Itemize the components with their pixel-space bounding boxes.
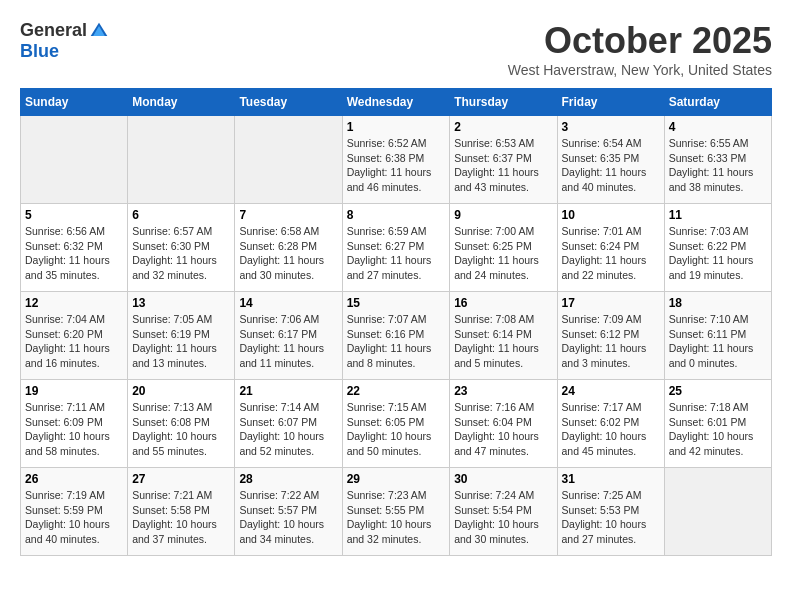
calendar-week-row: 12Sunrise: 7:04 AMSunset: 6:20 PMDayligh… [21,292,772,380]
day-number: 6 [132,208,230,222]
day-info: Sunrise: 7:10 AMSunset: 6:11 PMDaylight:… [669,312,767,371]
day-info: Sunrise: 7:00 AMSunset: 6:25 PMDaylight:… [454,224,552,283]
title-area: October 2025 West Haverstraw, New York, … [508,20,772,78]
day-number: 26 [25,472,123,486]
weekday-header-row: SundayMondayTuesdayWednesdayThursdayFrid… [21,89,772,116]
day-info: Sunrise: 6:55 AMSunset: 6:33 PMDaylight:… [669,136,767,195]
day-info: Sunrise: 7:22 AMSunset: 5:57 PMDaylight:… [239,488,337,547]
calendar-week-row: 26Sunrise: 7:19 AMSunset: 5:59 PMDayligh… [21,468,772,556]
day-info: Sunrise: 6:59 AMSunset: 6:27 PMDaylight:… [347,224,446,283]
calendar-cell: 9Sunrise: 7:00 AMSunset: 6:25 PMDaylight… [450,204,557,292]
logo-blue-text: Blue [20,41,59,62]
day-info: Sunrise: 7:05 AMSunset: 6:19 PMDaylight:… [132,312,230,371]
day-number: 1 [347,120,446,134]
day-number: 28 [239,472,337,486]
day-info: Sunrise: 7:23 AMSunset: 5:55 PMDaylight:… [347,488,446,547]
day-number: 5 [25,208,123,222]
day-info: Sunrise: 7:13 AMSunset: 6:08 PMDaylight:… [132,400,230,459]
day-info: Sunrise: 6:52 AMSunset: 6:38 PMDaylight:… [347,136,446,195]
calendar-cell: 29Sunrise: 7:23 AMSunset: 5:55 PMDayligh… [342,468,450,556]
day-info: Sunrise: 7:25 AMSunset: 5:53 PMDaylight:… [562,488,660,547]
day-info: Sunrise: 7:18 AMSunset: 6:01 PMDaylight:… [669,400,767,459]
calendar-cell: 14Sunrise: 7:06 AMSunset: 6:17 PMDayligh… [235,292,342,380]
day-number: 29 [347,472,446,486]
calendar-cell [21,116,128,204]
calendar-cell: 23Sunrise: 7:16 AMSunset: 6:04 PMDayligh… [450,380,557,468]
day-number: 27 [132,472,230,486]
day-info: Sunrise: 7:24 AMSunset: 5:54 PMDaylight:… [454,488,552,547]
calendar-cell: 21Sunrise: 7:14 AMSunset: 6:07 PMDayligh… [235,380,342,468]
day-info: Sunrise: 7:03 AMSunset: 6:22 PMDaylight:… [669,224,767,283]
calendar-week-row: 1Sunrise: 6:52 AMSunset: 6:38 PMDaylight… [21,116,772,204]
calendar-cell: 13Sunrise: 7:05 AMSunset: 6:19 PMDayligh… [128,292,235,380]
calendar-cell: 31Sunrise: 7:25 AMSunset: 5:53 PMDayligh… [557,468,664,556]
calendar: SundayMondayTuesdayWednesdayThursdayFrid… [20,88,772,556]
day-number: 15 [347,296,446,310]
day-info: Sunrise: 7:04 AMSunset: 6:20 PMDaylight:… [25,312,123,371]
day-info: Sunrise: 7:17 AMSunset: 6:02 PMDaylight:… [562,400,660,459]
day-info: Sunrise: 7:08 AMSunset: 6:14 PMDaylight:… [454,312,552,371]
day-number: 3 [562,120,660,134]
day-number: 16 [454,296,552,310]
calendar-cell: 24Sunrise: 7:17 AMSunset: 6:02 PMDayligh… [557,380,664,468]
calendar-cell: 15Sunrise: 7:07 AMSunset: 6:16 PMDayligh… [342,292,450,380]
day-number: 25 [669,384,767,398]
day-number: 2 [454,120,552,134]
calendar-cell [664,468,771,556]
day-info: Sunrise: 7:11 AMSunset: 6:09 PMDaylight:… [25,400,123,459]
day-number: 30 [454,472,552,486]
day-info: Sunrise: 7:19 AMSunset: 5:59 PMDaylight:… [25,488,123,547]
day-info: Sunrise: 7:07 AMSunset: 6:16 PMDaylight:… [347,312,446,371]
weekday-header: Saturday [664,89,771,116]
day-number: 17 [562,296,660,310]
day-info: Sunrise: 7:16 AMSunset: 6:04 PMDaylight:… [454,400,552,459]
day-info: Sunrise: 7:09 AMSunset: 6:12 PMDaylight:… [562,312,660,371]
day-number: 14 [239,296,337,310]
calendar-cell [128,116,235,204]
calendar-cell [235,116,342,204]
calendar-cell: 6Sunrise: 6:57 AMSunset: 6:30 PMDaylight… [128,204,235,292]
day-info: Sunrise: 6:53 AMSunset: 6:37 PMDaylight:… [454,136,552,195]
location: West Haverstraw, New York, United States [508,62,772,78]
calendar-cell: 17Sunrise: 7:09 AMSunset: 6:12 PMDayligh… [557,292,664,380]
day-info: Sunrise: 7:14 AMSunset: 6:07 PMDaylight:… [239,400,337,459]
day-info: Sunrise: 7:15 AMSunset: 6:05 PMDaylight:… [347,400,446,459]
day-number: 20 [132,384,230,398]
day-number: 31 [562,472,660,486]
day-number: 18 [669,296,767,310]
day-number: 8 [347,208,446,222]
month-title: October 2025 [508,20,772,62]
day-info: Sunrise: 6:58 AMSunset: 6:28 PMDaylight:… [239,224,337,283]
day-number: 22 [347,384,446,398]
logo-icon [89,21,109,41]
weekday-header: Wednesday [342,89,450,116]
header: General Blue October 2025 West Haverstra… [20,20,772,78]
calendar-cell: 8Sunrise: 6:59 AMSunset: 6:27 PMDaylight… [342,204,450,292]
day-number: 24 [562,384,660,398]
day-number: 10 [562,208,660,222]
calendar-cell: 5Sunrise: 6:56 AMSunset: 6:32 PMDaylight… [21,204,128,292]
calendar-week-row: 19Sunrise: 7:11 AMSunset: 6:09 PMDayligh… [21,380,772,468]
day-number: 12 [25,296,123,310]
calendar-cell: 7Sunrise: 6:58 AMSunset: 6:28 PMDaylight… [235,204,342,292]
day-number: 21 [239,384,337,398]
calendar-cell: 1Sunrise: 6:52 AMSunset: 6:38 PMDaylight… [342,116,450,204]
day-number: 23 [454,384,552,398]
day-number: 11 [669,208,767,222]
calendar-cell: 16Sunrise: 7:08 AMSunset: 6:14 PMDayligh… [450,292,557,380]
weekday-header: Thursday [450,89,557,116]
calendar-header: SundayMondayTuesdayWednesdayThursdayFrid… [21,89,772,116]
calendar-cell: 25Sunrise: 7:18 AMSunset: 6:01 PMDayligh… [664,380,771,468]
day-number: 13 [132,296,230,310]
calendar-cell: 11Sunrise: 7:03 AMSunset: 6:22 PMDayligh… [664,204,771,292]
day-number: 9 [454,208,552,222]
weekday-header: Tuesday [235,89,342,116]
calendar-cell: 20Sunrise: 7:13 AMSunset: 6:08 PMDayligh… [128,380,235,468]
calendar-cell: 10Sunrise: 7:01 AMSunset: 6:24 PMDayligh… [557,204,664,292]
logo: General Blue [20,20,109,62]
day-number: 7 [239,208,337,222]
calendar-cell: 22Sunrise: 7:15 AMSunset: 6:05 PMDayligh… [342,380,450,468]
calendar-cell: 2Sunrise: 6:53 AMSunset: 6:37 PMDaylight… [450,116,557,204]
calendar-body: 1Sunrise: 6:52 AMSunset: 6:38 PMDaylight… [21,116,772,556]
calendar-cell: 27Sunrise: 7:21 AMSunset: 5:58 PMDayligh… [128,468,235,556]
